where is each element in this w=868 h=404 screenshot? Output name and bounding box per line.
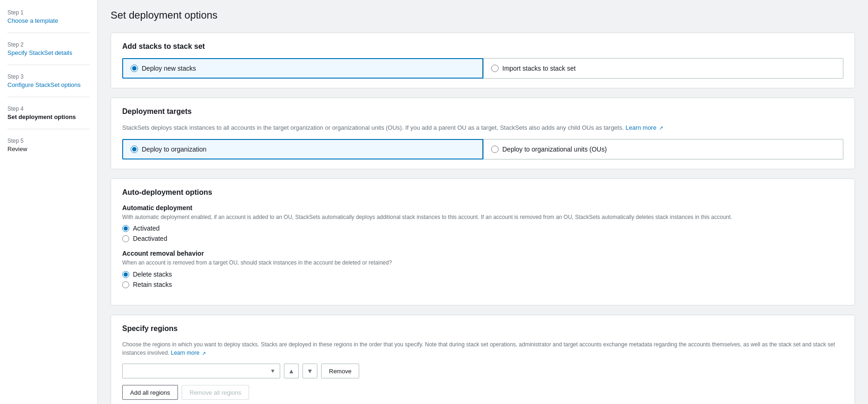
deploy-org-label[interactable]: Deploy to organization: [142, 146, 206, 153]
specify-regions-section: Specify regions Choose the regions in wh…: [111, 315, 855, 404]
deploy-org-option[interactable]: Deploy to organization: [122, 139, 483, 159]
deploy-new-stacks-option[interactable]: Deploy new stacks: [122, 58, 483, 79]
move-down-button[interactable]: ▼: [302, 364, 317, 378]
activated-label: Activated: [133, 225, 160, 232]
account-removal-title: Account removal behavior: [122, 250, 843, 257]
step4-current: Set deployment options: [7, 113, 76, 120]
add-all-regions-button[interactable]: Add all regions: [122, 385, 178, 400]
specify-regions-learn-more[interactable]: Learn more ↗: [171, 350, 206, 356]
deactivated-label: Deactivated: [133, 235, 167, 242]
sidebar-step-5: Step 5 Review: [7, 138, 90, 152]
step3-link[interactable]: Configure StackSet options: [7, 81, 81, 88]
import-stacks-radio[interactable]: [491, 65, 499, 72]
specify-regions-title: Specify regions: [122, 325, 843, 333]
retain-stacks-radio[interactable]: [122, 281, 129, 288]
add-stacks-options: Deploy new stacks Import stacks to stack…: [122, 58, 843, 79]
deployment-targets-description: StackSets deploys stack instances to all…: [122, 123, 843, 132]
region-action-buttons: Add all regions Remove all regions: [122, 385, 843, 400]
deployment-targets-title: Deployment targets: [122, 107, 843, 116]
step4-label: Step 4: [7, 106, 90, 112]
import-stacks-option[interactable]: Import stacks to stack set: [483, 58, 843, 79]
import-stacks-label[interactable]: Import stacks to stack set: [502, 65, 576, 72]
step2-label: Step 2: [7, 41, 90, 48]
delete-stacks-option[interactable]: Delete stacks: [122, 271, 843, 278]
remove-region-button[interactable]: Remove: [321, 364, 359, 378]
region-select-wrapper: ▼: [122, 364, 280, 378]
step5-text: Review: [7, 146, 27, 152]
add-stacks-section: Add stacks to stack set Deploy new stack…: [111, 33, 855, 88]
auto-deployment-section: Auto-deployment options Automatic deploy…: [111, 179, 855, 306]
activated-radio[interactable]: [122, 225, 129, 232]
sidebar-step-1: Step 1 Choose a template: [7, 9, 90, 24]
activated-option[interactable]: Activated: [122, 225, 843, 232]
deploy-ous-option[interactable]: Deploy to organizational units (OUs): [483, 139, 843, 159]
region-select[interactable]: [122, 364, 280, 378]
delete-stacks-label: Delete stacks: [133, 271, 172, 278]
remove-all-regions-button[interactable]: Remove all regions: [182, 385, 249, 400]
regions-external-link-icon: ↗: [202, 351, 206, 356]
deployment-targets-learn-more[interactable]: Learn more ↗: [625, 124, 663, 131]
automatic-deployment-options: Activated Deactivated: [122, 225, 843, 242]
deactivated-radio[interactable]: [122, 235, 129, 242]
sidebar: Step 1 Choose a template Step 2 Specify …: [0, 0, 98, 404]
deploy-ous-label[interactable]: Deploy to organizational units (OUs): [502, 146, 607, 153]
automatic-deployment-desc: With automatic deployment enabled, if an…: [122, 213, 843, 221]
deployment-targets-section: Deployment targets StackSets deploys sta…: [111, 98, 855, 169]
deactivated-option[interactable]: Deactivated: [122, 235, 843, 242]
auto-deployment-title: Auto-deployment options: [122, 188, 843, 197]
automatic-deployment-title: Automatic deployment: [122, 204, 843, 212]
sidebar-step-4: Step 4 Set deployment options: [7, 106, 90, 120]
retain-stacks-label: Retain stacks: [133, 281, 172, 288]
main-content: Set deployment options Add stacks to sta…: [98, 0, 868, 404]
move-up-button[interactable]: ▲: [284, 364, 299, 378]
step1-label: Step 1: [7, 9, 90, 16]
account-removal-desc: When an account is removed from a target…: [122, 259, 843, 267]
sidebar-step-2: Step 2 Specify StackSet details: [7, 41, 90, 56]
external-link-icon: ↗: [659, 125, 663, 131]
account-removal-options: Delete stacks Retain stacks: [122, 271, 843, 288]
delete-stacks-radio[interactable]: [122, 271, 129, 278]
specify-regions-desc: Choose the regions in which you want to …: [122, 340, 843, 357]
step3-label: Step 3: [7, 73, 90, 80]
step2-link[interactable]: Specify StackSet details: [7, 49, 72, 56]
page-title: Set deployment options: [111, 9, 855, 21]
retain-stacks-option[interactable]: Retain stacks: [122, 281, 843, 288]
sidebar-step-3: Step 3 Configure StackSet options: [7, 73, 90, 88]
step5-label: Step 5: [7, 138, 90, 144]
deploy-new-label[interactable]: Deploy new stacks: [142, 65, 196, 72]
step1-link[interactable]: Choose a template: [7, 17, 58, 24]
deploy-org-radio[interactable]: [131, 146, 138, 153]
deploy-new-radio[interactable]: [131, 65, 138, 72]
deploy-ous-radio[interactable]: [491, 146, 499, 153]
deployment-targets-options: Deploy to organization Deploy to organiz…: [122, 139, 843, 159]
regions-controls: ▼ ▲ ▼ Remove: [122, 364, 843, 378]
add-stacks-title: Add stacks to stack set: [122, 42, 843, 51]
